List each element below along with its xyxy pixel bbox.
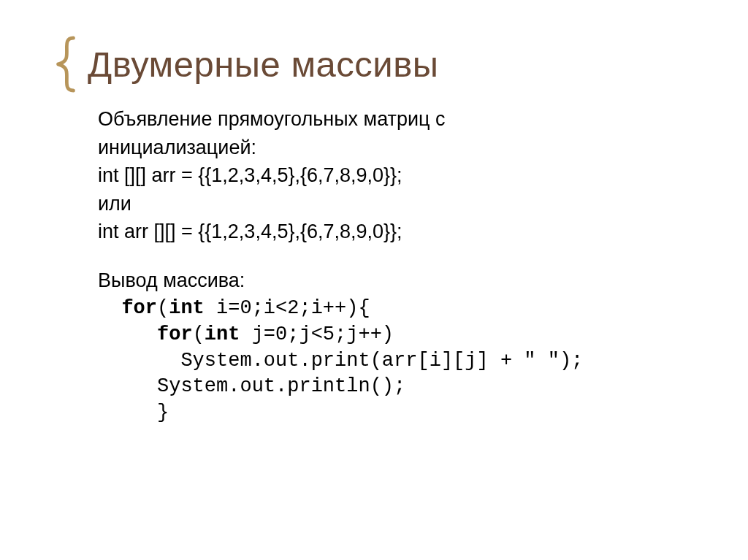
- spacer: [98, 248, 704, 268]
- code-l1b: (: [157, 297, 169, 319]
- code-block: for(int i=0;i<2;i++){ for(int j=0;j<5;j+…: [98, 296, 704, 426]
- code-l4: System.out.println();: [98, 375, 405, 397]
- code-l2b: (: [193, 323, 205, 345]
- code-l1c: i=0;i<2;i++){: [205, 297, 370, 319]
- or-label: или: [98, 191, 704, 217]
- slide-title: Двумерные массивы: [88, 44, 438, 85]
- brace-icon: [53, 35, 80, 93]
- code-l1-int: int: [169, 297, 205, 319]
- output-label: Вывод массива:: [98, 268, 704, 294]
- slide-body: Объявление прямоугольных матриц с инициа…: [0, 93, 748, 426]
- code-l2-int: int: [205, 323, 240, 345]
- declaration-2: int arr [][] = {{1,2,3,4,5},{6,7,8,9,0}}…: [98, 219, 704, 245]
- code-l3: System.out.print(arr[i][j] + " ");: [98, 350, 583, 372]
- code-l5: }: [98, 402, 169, 423]
- declaration-1: int [][] arr = {{1,2,3,4,5},{6,7,8,9,0}}…: [98, 163, 704, 188]
- intro-line-2: инициализацией:: [98, 135, 704, 161]
- intro-line-1: Объявление прямоугольных матриц с: [98, 107, 704, 132]
- title-row: Двумерные массивы: [0, 0, 748, 93]
- code-l1-for: for: [121, 297, 157, 319]
- code-l2c: j=0;j<5;j++): [240, 323, 394, 345]
- code-l2a: [98, 323, 157, 345]
- code-l1a: [98, 297, 121, 319]
- code-l2-for: for: [157, 323, 193, 345]
- slide: Двумерные массивы Объявление прямоугольн…: [0, 0, 748, 560]
